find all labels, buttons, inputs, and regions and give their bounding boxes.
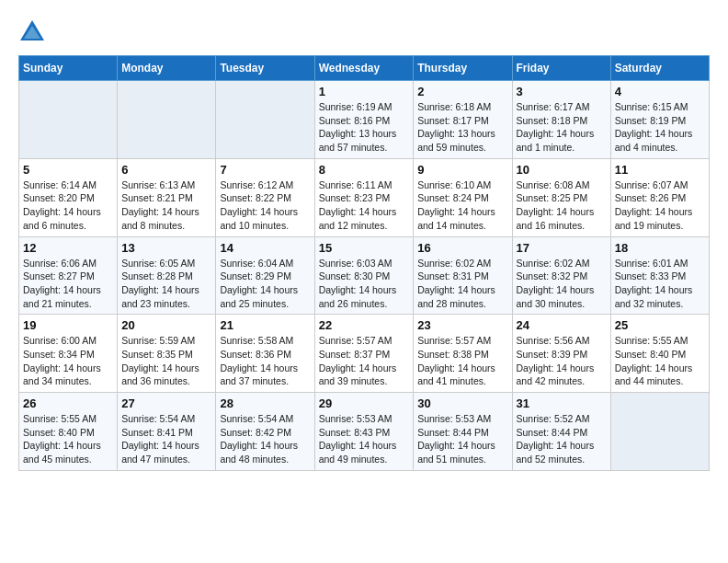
day-info: Sunrise: 6:15 AMSunset: 8:19 PMDaylight:…: [615, 100, 705, 155]
calendar-cell: 1Sunrise: 6:19 AMSunset: 8:16 PMDaylight…: [314, 81, 414, 159]
calendar-cell: 14Sunrise: 6:04 AMSunset: 8:29 PMDayligh…: [216, 236, 314, 315]
day-number: 22: [319, 318, 410, 332]
calendar-cell: 20Sunrise: 5:59 AMSunset: 8:35 PMDayligh…: [118, 315, 216, 393]
day-info: Sunrise: 6:01 AMSunset: 8:33 PMDaylight:…: [615, 257, 705, 311]
day-info: Sunrise: 6:04 AMSunset: 8:29 PMDaylight:…: [220, 257, 310, 311]
calendar-cell: 4Sunrise: 6:15 AMSunset: 8:19 PMDaylight…: [610, 81, 709, 159]
calendar-table: SundayMondayTuesdayWednesdayThursdayFrid…: [18, 55, 710, 471]
day-info: Sunrise: 6:00 AMSunset: 8:34 PMDaylight:…: [23, 334, 113, 388]
logo-icon: [18, 18, 46, 46]
day-number: 9: [417, 163, 507, 177]
day-info: Sunrise: 6:11 AMSunset: 8:23 PMDaylight:…: [319, 178, 410, 233]
day-number: 30: [417, 396, 507, 410]
day-number: 26: [23, 396, 113, 410]
header-monday: Monday: [118, 56, 216, 81]
day-number: 28: [220, 396, 310, 410]
calendar-cell: 31Sunrise: 5:52 AMSunset: 8:44 PMDayligh…: [512, 393, 610, 471]
calendar-cell: [19, 81, 118, 159]
calendar-week-1: 1Sunrise: 6:19 AMSunset: 8:16 PMDaylight…: [19, 81, 710, 159]
day-info: Sunrise: 5:58 AMSunset: 8:36 PMDaylight:…: [220, 334, 310, 388]
day-number: 16: [417, 241, 507, 255]
day-number: 19: [23, 318, 113, 332]
calendar-cell: 26Sunrise: 5:55 AMSunset: 8:40 PMDayligh…: [19, 393, 118, 471]
calendar-cell: 15Sunrise: 6:03 AMSunset: 8:30 PMDayligh…: [314, 236, 414, 315]
calendar-cell: 25Sunrise: 5:55 AMSunset: 8:40 PMDayligh…: [610, 315, 709, 393]
page-header: [18, 18, 710, 46]
calendar-week-2: 5Sunrise: 6:14 AMSunset: 8:20 PMDaylight…: [19, 158, 710, 236]
day-number: 11: [615, 163, 705, 177]
day-info: Sunrise: 5:55 AMSunset: 8:40 PMDaylight:…: [615, 334, 705, 388]
day-number: 17: [517, 241, 607, 255]
day-info: Sunrise: 6:14 AMSunset: 8:20 PMDaylight:…: [23, 178, 113, 233]
day-number: 5: [23, 163, 113, 177]
day-number: 15: [319, 241, 410, 255]
calendar-cell: [118, 81, 216, 159]
calendar-cell: 13Sunrise: 6:05 AMSunset: 8:28 PMDayligh…: [118, 236, 216, 315]
day-number: 13: [121, 241, 211, 255]
day-info: Sunrise: 6:07 AMSunset: 8:26 PMDaylight:…: [615, 178, 705, 233]
day-info: Sunrise: 6:08 AMSunset: 8:25 PMDaylight:…: [517, 178, 607, 233]
header-wednesday: Wednesday: [314, 56, 414, 81]
calendar-week-4: 19Sunrise: 6:00 AMSunset: 8:34 PMDayligh…: [19, 315, 710, 393]
day-number: 21: [220, 318, 310, 332]
day-info: Sunrise: 5:55 AMSunset: 8:40 PMDaylight:…: [23, 412, 113, 466]
calendar-cell: 29Sunrise: 5:53 AMSunset: 8:43 PMDayligh…: [314, 393, 414, 471]
calendar-cell: 28Sunrise: 5:54 AMSunset: 8:42 PMDayligh…: [216, 393, 314, 471]
calendar-cell: 21Sunrise: 5:58 AMSunset: 8:36 PMDayligh…: [216, 315, 314, 393]
day-info: Sunrise: 5:54 AMSunset: 8:42 PMDaylight:…: [220, 412, 310, 466]
calendar-cell: 12Sunrise: 6:06 AMSunset: 8:27 PMDayligh…: [19, 236, 118, 315]
day-info: Sunrise: 5:53 AMSunset: 8:43 PMDaylight:…: [319, 412, 410, 466]
day-number: 18: [615, 241, 705, 255]
day-number: 24: [517, 318, 607, 332]
calendar-cell: 2Sunrise: 6:18 AMSunset: 8:17 PMDaylight…: [414, 81, 512, 159]
day-info: Sunrise: 5:57 AMSunset: 8:37 PMDaylight:…: [319, 334, 410, 388]
day-number: 8: [319, 163, 410, 177]
day-info: Sunrise: 6:02 AMSunset: 8:32 PMDaylight:…: [517, 257, 607, 311]
day-info: Sunrise: 5:56 AMSunset: 8:39 PMDaylight:…: [517, 334, 607, 388]
day-info: Sunrise: 5:57 AMSunset: 8:38 PMDaylight:…: [417, 334, 507, 388]
day-number: 23: [417, 318, 507, 332]
day-number: 25: [615, 318, 705, 332]
day-info: Sunrise: 6:02 AMSunset: 8:31 PMDaylight:…: [417, 257, 507, 311]
day-number: 20: [121, 318, 211, 332]
day-number: 10: [517, 163, 607, 177]
calendar-cell: 7Sunrise: 6:12 AMSunset: 8:22 PMDaylight…: [216, 158, 314, 236]
day-info: Sunrise: 5:59 AMSunset: 8:35 PMDaylight:…: [121, 334, 211, 388]
day-number: 2: [417, 85, 507, 98]
calendar-cell: 3Sunrise: 6:17 AMSunset: 8:18 PMDaylight…: [512, 81, 610, 159]
day-info: Sunrise: 5:53 AMSunset: 8:44 PMDaylight:…: [417, 412, 507, 466]
calendar-header-row: SundayMondayTuesdayWednesdayThursdayFrid…: [19, 56, 710, 81]
day-info: Sunrise: 6:19 AMSunset: 8:16 PMDaylight:…: [319, 100, 410, 155]
day-number: 6: [121, 163, 211, 177]
calendar-cell: 16Sunrise: 6:02 AMSunset: 8:31 PMDayligh…: [414, 236, 512, 315]
calendar-cell: 11Sunrise: 6:07 AMSunset: 8:26 PMDayligh…: [610, 158, 709, 236]
calendar-cell: 19Sunrise: 6:00 AMSunset: 8:34 PMDayligh…: [19, 315, 118, 393]
day-number: 14: [220, 241, 310, 255]
calendar-cell: 17Sunrise: 6:02 AMSunset: 8:32 PMDayligh…: [512, 236, 610, 315]
day-info: Sunrise: 5:52 AMSunset: 8:44 PMDaylight:…: [517, 412, 607, 466]
calendar-week-3: 12Sunrise: 6:06 AMSunset: 8:27 PMDayligh…: [19, 236, 710, 315]
day-info: Sunrise: 6:13 AMSunset: 8:21 PMDaylight:…: [121, 178, 211, 233]
calendar-cell: 18Sunrise: 6:01 AMSunset: 8:33 PMDayligh…: [610, 236, 709, 315]
day-number: 31: [517, 396, 607, 410]
day-number: 27: [121, 396, 211, 410]
calendar-cell: [216, 81, 314, 159]
header-friday: Friday: [512, 56, 610, 81]
calendar-cell: 5Sunrise: 6:14 AMSunset: 8:20 PMDaylight…: [19, 158, 118, 236]
day-info: Sunrise: 6:17 AMSunset: 8:18 PMDaylight:…: [517, 100, 607, 155]
day-number: 1: [319, 85, 410, 98]
day-info: Sunrise: 6:12 AMSunset: 8:22 PMDaylight:…: [220, 178, 310, 233]
calendar-cell: 30Sunrise: 5:53 AMSunset: 8:44 PMDayligh…: [414, 393, 512, 471]
day-info: Sunrise: 5:54 AMSunset: 8:41 PMDaylight:…: [121, 412, 211, 466]
calendar-cell: 10Sunrise: 6:08 AMSunset: 8:25 PMDayligh…: [512, 158, 610, 236]
calendar-cell: 24Sunrise: 5:56 AMSunset: 8:39 PMDayligh…: [512, 315, 610, 393]
day-number: 7: [220, 163, 310, 177]
day-info: Sunrise: 6:10 AMSunset: 8:24 PMDaylight:…: [417, 178, 507, 233]
header-sunday: Sunday: [19, 56, 118, 81]
day-info: Sunrise: 6:06 AMSunset: 8:27 PMDaylight:…: [23, 257, 113, 311]
calendar-cell: 23Sunrise: 5:57 AMSunset: 8:38 PMDayligh…: [414, 315, 512, 393]
calendar-cell: 9Sunrise: 6:10 AMSunset: 8:24 PMDaylight…: [414, 158, 512, 236]
day-number: 12: [23, 241, 113, 255]
header-thursday: Thursday: [414, 56, 512, 81]
calendar-cell: 27Sunrise: 5:54 AMSunset: 8:41 PMDayligh…: [118, 393, 216, 471]
